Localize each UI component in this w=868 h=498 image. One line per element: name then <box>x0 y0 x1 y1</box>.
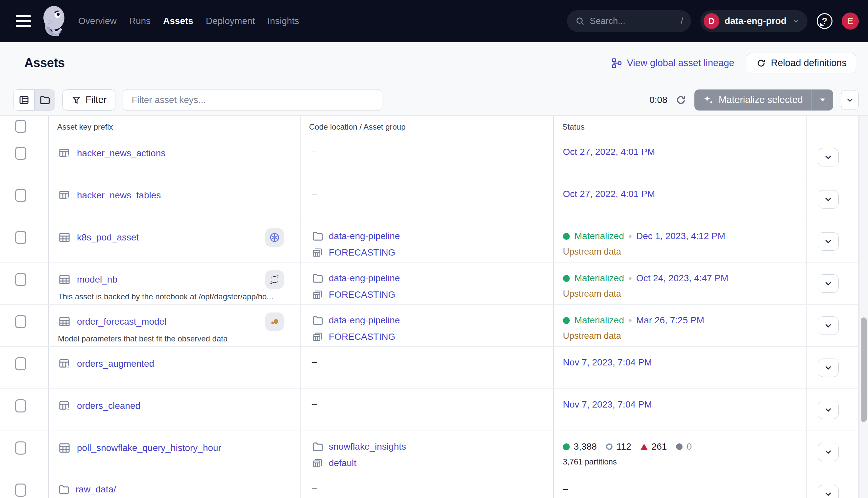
count-value: 261 <box>652 442 667 452</box>
materialization-date-link[interactable]: Oct 27, 2022, 4:01 PM <box>563 147 655 157</box>
view-global-asset-lineage-link[interactable]: View global asset lineage <box>611 57 735 69</box>
kubernetes-badge <box>265 228 284 247</box>
chevron-down-icon <box>823 152 833 162</box>
folder-view-button[interactable] <box>34 90 55 110</box>
materialization-date-link[interactable]: Nov 7, 2023, 7:04 PM <box>563 357 652 367</box>
row-expand-button[interactable] <box>818 232 839 251</box>
upstream-data-note: Upstream data <box>563 331 806 341</box>
materialization-date-link[interactable]: Dec 1, 2023, 4:12 PM <box>636 231 725 241</box>
nav-assets[interactable]: Assets <box>163 16 193 26</box>
filter-asset-keys-input[interactable] <box>123 89 383 111</box>
asset-key-link[interactable]: orders_augmented <box>77 358 154 369</box>
noteable-badge <box>265 313 284 331</box>
row-checkbox[interactable] <box>15 442 26 455</box>
row-expand-button[interactable] <box>818 148 839 167</box>
asset-group-link[interactable]: FORECASTING <box>329 289 395 300</box>
asset-group-icon <box>312 331 323 343</box>
row-expand-button[interactable] <box>818 485 839 498</box>
materialization-date-link[interactable]: Mar 26, 7:25 PM <box>636 315 704 326</box>
asset-group-icon <box>312 247 323 259</box>
asset-group-link[interactable]: default <box>329 458 357 468</box>
nav-overview[interactable]: Overview <box>78 16 117 26</box>
top-nav-right: / D data-eng-prod ? E <box>567 10 859 32</box>
nav-deployment[interactable]: Deployment <box>206 16 255 26</box>
code-location-link[interactable]: data-eng-pipeline <box>329 231 400 241</box>
asset-key-link[interactable]: orders_cleaned <box>77 401 141 411</box>
row-expand-button[interactable] <box>818 274 839 293</box>
search-input[interactable] <box>590 16 676 26</box>
asset-key-link[interactable]: k8s_pod_asset <box>77 232 139 243</box>
primary-nav: Overview Runs Assets Deployment Insights <box>78 16 299 26</box>
row-expand-button[interactable] <box>818 401 839 419</box>
row-expand-button[interactable] <box>818 358 839 377</box>
code-location-link[interactable]: snowflake_insights <box>329 442 406 452</box>
question-mark-icon: ? <box>822 16 828 26</box>
list-view-button[interactable] <box>13 90 34 110</box>
chevron-down-icon <box>845 95 855 105</box>
folder-icon <box>312 272 323 284</box>
empty-value: – <box>312 483 553 494</box>
chevron-down-icon <box>823 447 833 457</box>
folder-icon <box>58 484 70 495</box>
row-expand-button[interactable] <box>818 190 839 209</box>
row-checkbox[interactable] <box>15 189 26 202</box>
code-location-link[interactable]: data-eng-pipeline <box>329 315 400 326</box>
asset-group-link[interactable]: FORECASTING <box>329 331 395 342</box>
asset-description: This asset is backed by the notebook at … <box>58 292 290 301</box>
empty-value: – <box>312 146 553 157</box>
materialization-date-link[interactable]: Oct 24, 2023, 4:47 PM <box>636 273 728 284</box>
table-icon <box>58 273 71 286</box>
sparkles-icon <box>703 94 714 106</box>
help-button[interactable]: ? <box>817 13 832 29</box>
assets-toolbar: Filter 0:08 Materialize selected <box>0 84 868 116</box>
reload-button-label: Reload definitions <box>771 57 846 68</box>
asset-key-link[interactable]: hacker_news_actions <box>77 148 165 159</box>
row-checkbox[interactable] <box>15 147 26 160</box>
global-search[interactable]: / <box>567 10 691 32</box>
row-expand-button[interactable] <box>818 443 839 461</box>
asset-key-link[interactable]: order_forecast_model <box>77 316 166 327</box>
nav-insights[interactable]: Insights <box>267 16 299 26</box>
row-expand-button[interactable] <box>818 316 839 335</box>
asset-group-link[interactable]: FORECASTING <box>329 247 395 258</box>
row-checkbox[interactable] <box>15 399 26 412</box>
asset-prefix-icon <box>58 399 71 412</box>
folder-icon <box>312 230 323 242</box>
user-avatar[interactable]: E <box>842 13 859 30</box>
count-value: 112 <box>616 442 631 452</box>
table-row: hacker_news_actions–Oct 27, 2022, 4:01 P… <box>0 136 859 178</box>
refresh-countdown: 0:08 <box>649 95 667 105</box>
materialization-date-link[interactable]: Nov 7, 2023, 7:04 PM <box>563 399 652 409</box>
asset-key-link[interactable]: raw_data/ <box>76 484 116 495</box>
asset-key-link[interactable]: model_nb <box>77 274 117 285</box>
nav-runs[interactable]: Runs <box>129 16 150 26</box>
materialization-status: MaterializedMar 26, 7:25 PM <box>563 315 806 326</box>
caret-down-icon <box>820 98 826 102</box>
more-actions-button[interactable] <box>841 90 859 110</box>
upstream-data-note: Upstream data <box>563 247 806 257</box>
workspace-switcher[interactable]: D data-eng-prod <box>700 10 807 32</box>
materialization-date-link[interactable]: Oct 27, 2022, 4:01 PM <box>563 189 655 199</box>
filter-button[interactable]: Filter <box>63 90 116 110</box>
scrollbar-thumb[interactable] <box>861 317 867 422</box>
materialize-selected-button[interactable]: Materialize selected <box>694 90 812 110</box>
dagster-app: Overview Runs Assets Deployment Insights… <box>0 0 868 498</box>
asset-key-link[interactable]: poll_snowflake_query_history_hour <box>77 443 221 453</box>
row-checkbox[interactable] <box>15 357 26 370</box>
materialize-dropdown-caret[interactable] <box>812 90 833 110</box>
code-location-link[interactable]: data-eng-pipeline <box>329 273 400 284</box>
row-checkbox[interactable] <box>15 231 26 244</box>
refresh-button[interactable] <box>675 94 686 106</box>
partitions-count: 3,761 partitions <box>563 457 806 467</box>
page-header-actions: View global asset lineage Reload definit… <box>611 53 856 73</box>
chevron-down-icon <box>823 489 833 498</box>
row-checkbox[interactable] <box>15 315 26 328</box>
row-checkbox[interactable] <box>15 273 26 286</box>
select-all-checkbox[interactable] <box>15 120 26 133</box>
column-header-status: Status <box>554 116 806 136</box>
materialize-split-button: Materialize selected <box>694 90 833 110</box>
hamburger-menu-button[interactable] <box>16 13 33 29</box>
reload-definitions-button[interactable]: Reload definitions <box>747 53 856 73</box>
asset-key-link[interactable]: hacker_news_tables <box>77 190 161 201</box>
row-checkbox[interactable] <box>15 484 26 497</box>
